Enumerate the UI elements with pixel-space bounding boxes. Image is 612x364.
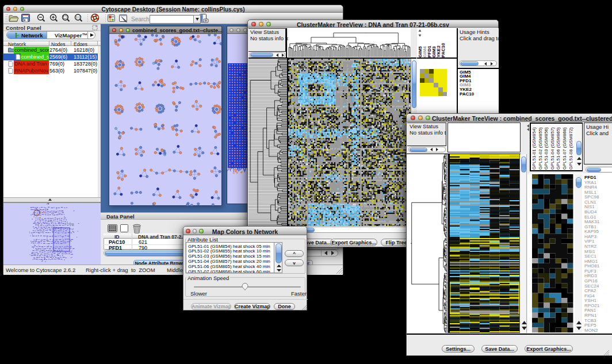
- svg-text:1:1: 1:1: [76, 16, 80, 19]
